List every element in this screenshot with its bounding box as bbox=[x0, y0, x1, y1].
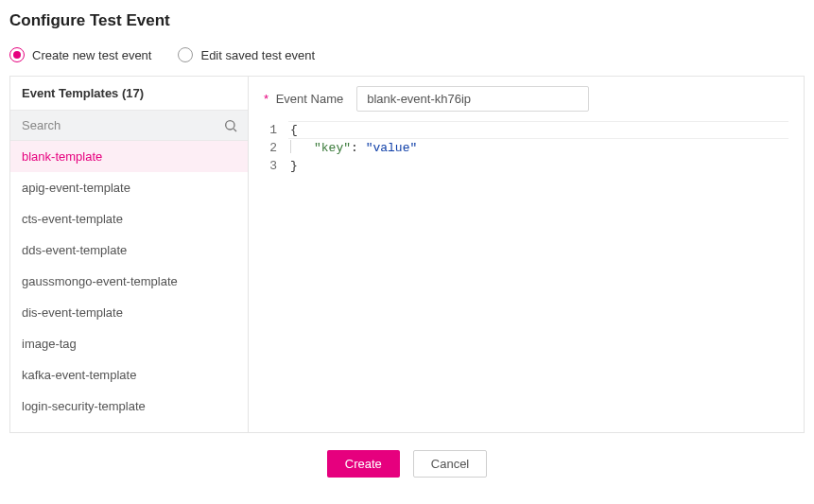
radio-edit-saved[interactable]: Edit saved test event bbox=[178, 47, 315, 62]
list-item[interactable]: apig-event-template bbox=[10, 172, 248, 203]
editor-panel: * Event Name 123 { "key": "value" bbox=[249, 77, 804, 432]
template-search bbox=[10, 110, 248, 141]
templates-header-label: Event Templates bbox=[22, 86, 118, 100]
cancel-button[interactable]: Cancel bbox=[413, 450, 487, 478]
list-item[interactable]: dis-event-template bbox=[10, 297, 248, 328]
code-value: "value" bbox=[366, 141, 418, 155]
editor-gutter: 123 bbox=[264, 121, 290, 175]
code-colon: : bbox=[351, 141, 366, 155]
code-brace-open: { bbox=[290, 123, 298, 137]
svg-line-1 bbox=[234, 129, 236, 131]
list-item[interactable]: kafka-event-template bbox=[10, 359, 248, 391]
radio-edit-label: Edit saved test event bbox=[200, 48, 315, 62]
code-key: "key" bbox=[314, 141, 351, 155]
mode-radio-group: Create new test event Edit saved test ev… bbox=[9, 47, 805, 62]
svg-point-0 bbox=[226, 120, 234, 129]
list-item[interactable]: cts-event-template bbox=[10, 203, 248, 235]
create-button[interactable]: Create bbox=[327, 450, 400, 478]
list-item[interactable]: image-tag bbox=[10, 328, 248, 359]
content-pane: Event Templates (17) blank-templateapig-… bbox=[9, 76, 805, 433]
templates-header: Event Templates (17) bbox=[10, 77, 248, 110]
page-title: Configure Test Event bbox=[9, 11, 805, 30]
radio-indicator-unselected bbox=[178, 47, 193, 62]
radio-indicator-selected bbox=[9, 47, 25, 62]
search-input[interactable] bbox=[10, 111, 248, 140]
templates-count: 17 bbox=[126, 86, 139, 100]
event-name-row: * Event Name bbox=[264, 86, 788, 112]
list-item[interactable]: login-security-template bbox=[10, 391, 248, 422]
template-list[interactable]: blank-templateapig-event-templatects-eve… bbox=[10, 141, 248, 432]
search-icon bbox=[223, 118, 238, 133]
list-item[interactable]: blank-template bbox=[10, 141, 248, 172]
code-brace-close: } bbox=[290, 159, 298, 173]
event-name-label: Event Name bbox=[276, 92, 344, 106]
radio-create-new[interactable]: Create new test event bbox=[9, 47, 151, 62]
dialog-footer: Create Cancel bbox=[9, 450, 805, 478]
event-name-label-wrap: * Event Name bbox=[264, 92, 343, 106]
list-item[interactable]: gaussmongo-event-template bbox=[10, 266, 248, 297]
list-item[interactable]: lts-event-template bbox=[10, 422, 248, 432]
radio-create-label: Create new test event bbox=[32, 48, 151, 62]
templates-panel: Event Templates (17) blank-templateapig-… bbox=[10, 77, 249, 432]
required-star-icon: * bbox=[264, 92, 268, 106]
event-name-input[interactable] bbox=[356, 86, 589, 112]
editor-code-area[interactable]: { "key": "value" } bbox=[290, 121, 788, 175]
code-editor[interactable]: 123 { "key": "value" } bbox=[264, 121, 788, 175]
indent-guide-icon bbox=[290, 140, 291, 153]
list-item[interactable]: dds-event-template bbox=[10, 235, 248, 266]
